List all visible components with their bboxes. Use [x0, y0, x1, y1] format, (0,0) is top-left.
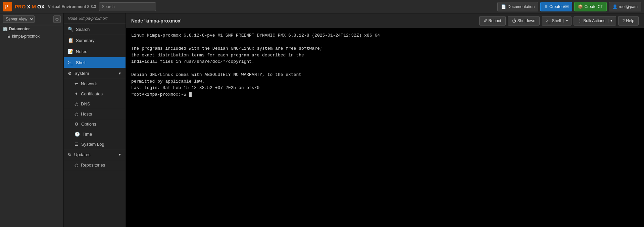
- sidebar: Server View ⚙ 🏢 Datacenter 🖥 kimpa-proxm…: [0, 13, 64, 227]
- svg-text:P: P: [4, 4, 8, 10]
- nav-updates-label: Updates: [74, 152, 90, 157]
- user-button[interactable]: 👤 root@pam: [609, 2, 641, 11]
- nav-item-network[interactable]: ⇌ Network: [64, 79, 126, 89]
- nav-summary-label: Summary: [76, 38, 95, 43]
- nav-notes-label: Notes: [76, 49, 87, 54]
- nav-shell-label: Shell: [76, 60, 86, 65]
- nav-system-label: System: [75, 71, 89, 76]
- nav-title: Node 'kimpa-proxmox': [64, 13, 126, 24]
- nav-item-hosts[interactable]: ◎ Hosts: [64, 109, 126, 119]
- terminal-cursor: [189, 92, 192, 97]
- shutdown-button[interactable]: ⏻ Shutdown: [508, 16, 540, 26]
- certificates-nav-icon: ✦: [75, 91, 78, 96]
- summary-nav-icon: 📋: [68, 38, 73, 43]
- logo: P PROXMOX Virtual Environment 8.3.3: [3, 2, 96, 11]
- network-nav-icon: ⇌: [75, 81, 78, 86]
- notes-nav-icon: 📝: [68, 49, 73, 54]
- create-ct-button[interactable]: 📦 Create CT: [574, 2, 606, 11]
- nav-item-certificates[interactable]: ✦ Certificates: [64, 89, 126, 99]
- sidebar-gear-button[interactable]: ⚙: [53, 15, 61, 23]
- content-header: Node 'kimpa-proxmox' ↺ Reboot ⏻ Shutdown…: [126, 13, 644, 28]
- content-actions: ↺ Reboot ⏻ Shutdown >_ Shell ▼ ⋮ Bulk Ac…: [479, 16, 639, 26]
- reboot-button[interactable]: ↺ Reboot: [479, 16, 506, 26]
- page-title: Node 'kimpa-proxmox': [131, 18, 182, 24]
- bulk-icon: ⋮: [578, 18, 582, 23]
- help-button[interactable]: ? Help: [618, 16, 639, 26]
- nav-group-system[interactable]: ⚙ System ▼: [64, 68, 126, 79]
- nav-group-updates-left: ↻ Updates: [68, 152, 90, 157]
- shell-dropdown-arrow[interactable]: ▼: [563, 19, 570, 22]
- hosts-nav-icon: ◎: [75, 111, 78, 117]
- view-selector[interactable]: Server View: [3, 15, 35, 23]
- updates-nav-icon: ↻: [68, 152, 71, 157]
- shutdown-icon: ⏻: [512, 18, 516, 23]
- help-icon: ?: [623, 18, 625, 23]
- nav-search-label: Search: [76, 27, 90, 32]
- logo-prox: PRO: [15, 4, 26, 9]
- logo-mox: M: [32, 4, 36, 9]
- bulk-actions-button[interactable]: ⋮ Bulk Actions ▼: [574, 16, 616, 26]
- updates-expand-icon: ▼: [118, 153, 121, 156]
- nav-item-notes[interactable]: 📝 Notes: [64, 46, 126, 57]
- nav-network-label: Network: [81, 81, 97, 86]
- monitor-icon: 🖥: [544, 4, 548, 9]
- logo-ox: OX: [37, 4, 45, 9]
- topbar: P PROXMOX Virtual Environment 8.3.3 📄 Do…: [0, 0, 644, 13]
- topbar-right: 📄 Documentation 🖥 Create VM 📦 Create CT …: [497, 2, 641, 11]
- nav-repositories-label: Repositories: [81, 163, 105, 168]
- shell-button[interactable]: >_ Shell ▼: [542, 16, 572, 26]
- doc-icon: 📄: [501, 4, 506, 9]
- nav-item-shell[interactable]: >_ Shell: [64, 57, 126, 68]
- shell-nav-icon: >_: [68, 60, 73, 65]
- nav-item-time[interactable]: 🕐 Time: [64, 129, 126, 139]
- nav-systemlog-label: System Log: [81, 142, 104, 147]
- options-nav-icon: ⚙: [75, 122, 79, 127]
- app-version: Virtual Environment 8.3.3: [48, 4, 96, 9]
- search-nav-icon: 🔍: [68, 27, 73, 32]
- shell-action-icon: >_: [546, 18, 551, 23]
- nav-item-summary[interactable]: 📋 Summary: [64, 35, 126, 46]
- content-area: Node 'kimpa-proxmox' ↺ Reboot ⏻ Shutdown…: [126, 13, 644, 227]
- top-search-input[interactable]: [99, 2, 156, 11]
- logo-x: X: [27, 4, 31, 9]
- nav-options-label: Options: [81, 122, 96, 127]
- nav-certificates-label: Certificates: [81, 91, 103, 96]
- time-nav-icon: 🕐: [75, 132, 80, 137]
- nav-hosts-label: Hosts: [81, 111, 92, 117]
- bulk-dropdown-arrow[interactable]: ▼: [608, 19, 614, 22]
- nav-panel: Node 'kimpa-proxmox' 🔍 Search 📋 Summary …: [64, 13, 126, 227]
- nav-item-options[interactable]: ⚙ Options: [64, 119, 126, 129]
- nav-item-repositories[interactable]: ◎ Repositories: [64, 160, 126, 170]
- dns-nav-icon: ◎: [75, 101, 78, 106]
- sidebar-item-node[interactable]: 🖥 kimpa-proxmox: [0, 33, 63, 40]
- terminal[interactable]: Linux kimpa-proxmox 6.8.12-8-pve #1 SMP …: [126, 28, 644, 227]
- sidebar-item-datacenter[interactable]: 🏢 Datacenter: [0, 25, 63, 33]
- sidebar-header: Server View ⚙: [0, 13, 63, 25]
- datacenter-icon: 🏢: [3, 27, 8, 31]
- system-expand-icon: ▼: [118, 72, 121, 75]
- documentation-button[interactable]: 📄 Documentation: [497, 2, 538, 11]
- nav-item-dns[interactable]: ◎ DNS: [64, 99, 126, 109]
- repositories-nav-icon: ◎: [75, 163, 78, 168]
- user-icon: 👤: [612, 4, 617, 9]
- nav-item-systemlog[interactable]: ☰ System Log: [64, 139, 126, 149]
- nav-group-updates[interactable]: ↻ Updates ▼: [64, 149, 126, 160]
- nav-group-system-left: ⚙ System: [68, 71, 89, 76]
- create-vm-button[interactable]: 🖥 Create VM: [540, 2, 572, 11]
- ct-icon: 📦: [578, 4, 583, 9]
- proxmox-logo-icon: P: [3, 2, 12, 11]
- reboot-icon: ↺: [484, 18, 487, 23]
- nav-time-label: Time: [83, 132, 92, 137]
- main-layout: Server View ⚙ 🏢 Datacenter 🖥 kimpa-proxm…: [0, 13, 644, 227]
- node-icon: 🖥: [7, 34, 11, 39]
- systemlog-nav-icon: ☰: [75, 142, 79, 147]
- nav-dns-label: DNS: [81, 101, 90, 106]
- system-nav-icon: ⚙: [68, 71, 72, 76]
- nav-item-search[interactable]: 🔍 Search: [64, 24, 126, 35]
